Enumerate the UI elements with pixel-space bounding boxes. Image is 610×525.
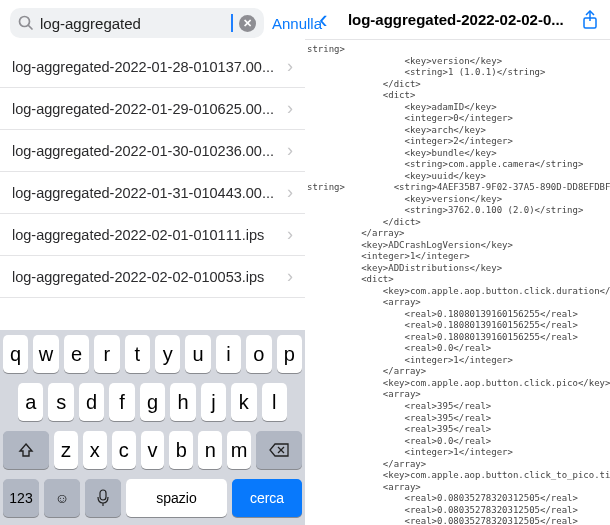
key-q[interactable]: q — [3, 335, 28, 373]
key-a[interactable]: a — [18, 383, 43, 421]
svg-line-1 — [29, 26, 33, 30]
search-icon — [18, 15, 34, 31]
search-key[interactable]: cerca — [232, 479, 302, 517]
key-u[interactable]: u — [185, 335, 210, 373]
key-c[interactable]: c — [112, 431, 136, 469]
viewer-header: ‹ log-aggregated-2022-02-02-0... — [305, 0, 610, 40]
keyboard-row: q w e r t y u i o p — [0, 330, 305, 378]
search-bar: ✕ Annulla — [0, 0, 305, 46]
chevron-right-icon: › — [287, 98, 293, 119]
key-i[interactable]: i — [216, 335, 241, 373]
key-h[interactable]: h — [170, 383, 195, 421]
key-x[interactable]: x — [83, 431, 107, 469]
key-r[interactable]: r — [94, 335, 119, 373]
file-label: log-aggregated-2022-02-02-010053.ips — [12, 269, 287, 285]
file-content[interactable]: string> <key>version</key> <string>1 (1.… — [305, 40, 610, 525]
chevron-right-icon: › — [287, 266, 293, 287]
shift-key[interactable] — [3, 431, 49, 469]
viewer-title: log-aggregated-2022-02-02-0... — [338, 11, 574, 28]
key-p[interactable]: p — [277, 335, 302, 373]
list-item[interactable]: log-aggregated-2022-02-02-010053.ips› — [0, 256, 305, 298]
file-label: log-aggregated-2022-01-28-010137.00... — [12, 59, 287, 75]
viewer-panel: ‹ log-aggregated-2022-02-02-0... string>… — [305, 0, 610, 525]
chevron-right-icon: › — [287, 140, 293, 161]
key-s[interactable]: s — [48, 383, 73, 421]
file-label: log-aggregated-2022-01-31-010443.00... — [12, 185, 287, 201]
keyboard-row: a s d f g h j k l — [0, 378, 305, 426]
file-label: log-aggregated-2022-01-30-010236.00... — [12, 143, 287, 159]
keyboard-row: z x c v b n m — [0, 426, 305, 474]
key-w[interactable]: w — [33, 335, 58, 373]
search-input[interactable] — [40, 15, 230, 32]
key-l[interactable]: l — [262, 383, 287, 421]
clear-icon[interactable]: ✕ — [239, 15, 256, 32]
key-j[interactable]: j — [201, 383, 226, 421]
key-b[interactable]: b — [169, 431, 193, 469]
list-item[interactable]: log-aggregated-2022-01-28-010137.00...› — [0, 46, 305, 88]
list-item[interactable]: log-aggregated-2022-02-01-010111.ips› — [0, 214, 305, 256]
space-key[interactable]: spazio — [126, 479, 227, 517]
list-item[interactable]: log-aggregated-2022-01-29-010625.00...› — [0, 88, 305, 130]
key-z[interactable]: z — [54, 431, 78, 469]
key-o[interactable]: o — [246, 335, 271, 373]
key-y[interactable]: y — [155, 335, 180, 373]
mic-key[interactable] — [85, 479, 121, 517]
shift-icon — [18, 442, 34, 458]
file-label: log-aggregated-2022-02-01-010111.ips — [12, 227, 287, 243]
cancel-button[interactable]: Annulla — [272, 15, 322, 32]
share-icon[interactable] — [580, 10, 600, 30]
key-g[interactable]: g — [140, 383, 165, 421]
results-list: log-aggregated-2022-01-28-010137.00...› … — [0, 46, 305, 298]
keyboard-bottom-row: 123 ☺ spazio cerca — [0, 474, 305, 525]
key-n[interactable]: n — [198, 431, 222, 469]
key-f[interactable]: f — [109, 383, 134, 421]
key-k[interactable]: k — [231, 383, 256, 421]
search-field[interactable]: ✕ — [10, 8, 264, 38]
key-e[interactable]: e — [64, 335, 89, 373]
mic-icon — [97, 489, 109, 507]
backspace-icon — [269, 443, 289, 457]
backspace-key[interactable] — [256, 431, 302, 469]
search-panel: ✕ Annulla log-aggregated-2022-01-28-0101… — [0, 0, 305, 525]
chevron-right-icon: › — [287, 56, 293, 77]
key-v[interactable]: v — [141, 431, 165, 469]
numbers-key[interactable]: 123 — [3, 479, 39, 517]
file-label: log-aggregated-2022-01-29-010625.00... — [12, 101, 287, 117]
key-m[interactable]: m — [227, 431, 251, 469]
list-item[interactable]: log-aggregated-2022-01-30-010236.00...› — [0, 130, 305, 172]
keyboard: q w e r t y u i o p a s d f g h j k l z … — [0, 330, 305, 525]
chevron-right-icon: › — [287, 224, 293, 245]
svg-rect-4 — [100, 490, 106, 500]
text-cursor — [231, 14, 233, 32]
chevron-right-icon: › — [287, 182, 293, 203]
emoji-key[interactable]: ☺ — [44, 479, 80, 517]
key-t[interactable]: t — [125, 335, 150, 373]
list-item[interactable]: log-aggregated-2022-01-31-010443.00...› — [0, 172, 305, 214]
key-d[interactable]: d — [79, 383, 104, 421]
